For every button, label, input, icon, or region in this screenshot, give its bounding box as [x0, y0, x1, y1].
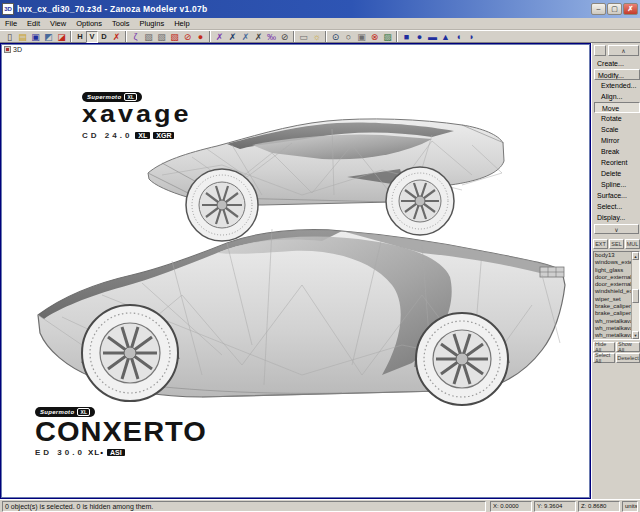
hidden-toggle[interactable]: H — [74, 31, 86, 43]
view-flat-icon[interactable]: ▧ — [155, 31, 168, 43]
logo-xavage-name: xavage — [82, 103, 192, 127]
delete-object-icon[interactable]: ⊗ — [368, 31, 381, 43]
disabled-toggle[interactable]: D — [98, 31, 110, 43]
import-icon[interactable]: ◩ — [42, 31, 55, 43]
app-icon: 3D — [2, 3, 14, 15]
close-button[interactable]: ✗ — [623, 3, 638, 15]
chevron-down-icon: ∨ — [614, 226, 618, 233]
new-file-icon[interactable]: ▯ — [3, 31, 16, 43]
menu-edit[interactable]: Edit — [22, 19, 45, 28]
ext-button[interactable]: EXT — [593, 239, 608, 249]
mode-button-row: EXT SEL MUL — [593, 239, 640, 249]
select-faces-icon[interactable]: ✗ — [239, 31, 252, 43]
list-item[interactable]: windshield_exterr — [594, 288, 631, 295]
list-item[interactable]: door_external_rig — [594, 281, 631, 288]
cmd-reorient[interactable]: Reorient — [594, 157, 640, 168]
scrollbar-thumb[interactable] — [632, 289, 639, 303]
viewport-canvas[interactable]: 3D — [0, 43, 591, 499]
prim-torus-icon[interactable]: ◖ — [452, 31, 465, 43]
texture-icon[interactable]: ▨ — [381, 31, 394, 43]
menu-file[interactable]: File — [0, 19, 22, 28]
menu-help[interactable]: Help — [169, 19, 194, 28]
select-vertices-icon[interactable]: ✗ — [213, 31, 226, 43]
zoom-tool-icon[interactable]: ⊙ — [329, 31, 342, 43]
list-item[interactable]: wh_metalkava6_f — [594, 332, 631, 339]
menu-plugins[interactable]: Plugins — [135, 19, 170, 28]
marquee-icon[interactable]: ▭ — [297, 31, 310, 43]
select-all-button[interactable]: Select All — [593, 353, 615, 363]
cmd-align[interactable]: Align... — [594, 91, 640, 102]
cmd-rotate[interactable]: Rotate — [594, 113, 640, 124]
menu-options[interactable]: Options — [71, 19, 107, 28]
cmd-modify[interactable]: Modify... — [594, 69, 640, 80]
view-textured-icon[interactable]: ▧ — [168, 31, 181, 43]
chevron-up-icon: ∧ — [621, 47, 625, 54]
select-edges-icon[interactable]: ✗ — [226, 31, 239, 43]
cmd-spline[interactable]: Spline... — [594, 179, 640, 190]
deselect-button[interactable]: Deselect — [616, 353, 640, 363]
toolbar-separator — [396, 31, 398, 42]
save-file-icon[interactable]: ▣ — [29, 31, 42, 43]
view-wire-icon[interactable]: ▧ — [142, 31, 155, 43]
sel-button[interactable]: SEL — [609, 239, 624, 249]
export-icon[interactable]: ◪ — [55, 31, 68, 43]
circle-tool-icon[interactable]: ○ — [342, 31, 355, 43]
prim-cylinder-icon[interactable]: ▬ — [426, 31, 439, 43]
list-item[interactable]: door_external_lef — [594, 274, 631, 281]
prohibit-icon[interactable]: ⊘ — [278, 31, 291, 43]
panel-menu-icon[interactable] — [594, 45, 606, 56]
cmd-break[interactable]: Break — [594, 146, 640, 157]
render-sphere-icon[interactable]: ● — [194, 31, 207, 43]
minimize-button[interactable]: – — [591, 3, 606, 15]
scroll-down-arrow-icon[interactable]: ▼ — [632, 331, 639, 339]
view-off-icon[interactable]: ⊘ — [181, 31, 194, 43]
list-item[interactable]: wh_metalkava6_r — [594, 318, 631, 325]
list-item[interactable]: wiper_set — [594, 296, 631, 303]
prim-cube-icon[interactable]: ■ — [400, 31, 413, 43]
cmd-surface[interactable]: Surface... — [594, 190, 640, 201]
visible-toggle[interactable]: V — [86, 31, 98, 43]
menu-tools[interactable]: Tools — [107, 19, 135, 28]
prim-sphere-icon[interactable]: ● — [413, 31, 426, 43]
prim-cone-icon[interactable]: ▲ — [439, 31, 452, 43]
cmd-select[interactable]: Select... — [594, 201, 640, 212]
cmd-mirror[interactable]: Mirror — [594, 135, 640, 146]
list-item[interactable]: body13 — [594, 252, 631, 259]
panel-scroll-down-button[interactable]: ∨ — [594, 224, 639, 234]
logo-conxerto: Supermoto XL CONXERTO ED 30.0 XL• ASI — [35, 400, 207, 457]
list-item[interactable]: wh_metalkava6_r — [594, 325, 631, 332]
list-item[interactable]: windows_externa — [594, 259, 631, 266]
show-all-button[interactable]: Show All — [616, 342, 640, 352]
open-file-icon[interactable]: ▤ — [16, 31, 29, 43]
object-list-scrollbar[interactable]: ▲ ▼ — [631, 252, 639, 339]
viewport-label: 3D — [4, 46, 22, 53]
menu-view[interactable]: View — [45, 19, 71, 28]
list-item[interactable]: light_glass — [594, 267, 631, 274]
logo-conxerto-brand-badge: XL — [77, 408, 90, 416]
cmd-create[interactable]: Create... — [594, 58, 640, 69]
list-item[interactable]: brake_calipers_fr — [594, 310, 631, 317]
cmd-delete[interactable]: Delete — [594, 168, 640, 179]
cmd-move[interactable]: Move — [594, 102, 640, 113]
mul-button[interactable]: MUL — [625, 239, 640, 249]
cmd-display[interactable]: Display... — [594, 212, 640, 223]
panel-scroll-up-button[interactable]: ∧ — [608, 45, 639, 56]
lasso-icon[interactable]: ζ — [129, 31, 142, 43]
list-item[interactable]: brake_caliper_rea — [594, 303, 631, 310]
select-objects-icon[interactable]: ✗ — [252, 31, 265, 43]
settings-sun-icon[interactable]: ☼ — [310, 31, 323, 43]
toolbar-separator — [70, 31, 72, 42]
toolbar-separator — [125, 31, 127, 42]
scroll-up-arrow-icon[interactable]: ▲ — [632, 252, 639, 260]
cube-tool-icon[interactable]: ▣ — [355, 31, 368, 43]
wireframe-car-bottom — [38, 229, 565, 405]
hide-all-button[interactable]: Hide All — [593, 342, 615, 352]
restore-button[interactable]: ▢ — [607, 3, 622, 15]
cmd-extended[interactable]: Extended... — [594, 80, 640, 91]
list-buttons-row-2: Select All Deselect — [593, 353, 640, 363]
cmd-scale[interactable]: Scale — [594, 124, 640, 135]
axes-icon[interactable]: ✗ — [110, 31, 123, 43]
logo-xavage-spec: CD 24.0 — [82, 131, 132, 140]
prim-disc-icon[interactable]: ◗ — [465, 31, 478, 43]
normals-icon[interactable]: ‰ — [265, 31, 278, 43]
